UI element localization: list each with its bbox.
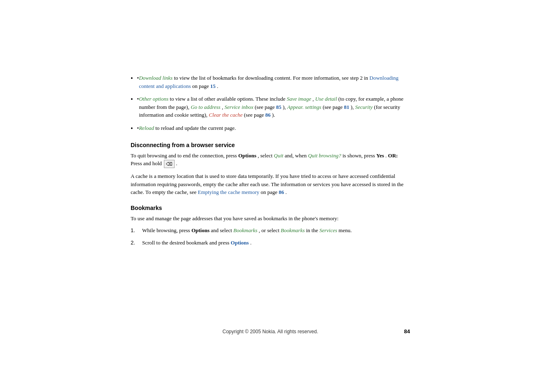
download-links-text: to view the list of bookmarks for downlo… (174, 75, 369, 81)
disc-select: , select (258, 152, 274, 159)
step-1: 1. While browsing, press Options and sel… (131, 226, 410, 235)
bookmarks-steps: 1. While browsing, press Options and sel… (131, 226, 410, 247)
cache-para: A cache is a memory location that is use… (131, 172, 410, 196)
bullet-download-content: Download links to view the list of bookm… (139, 74, 410, 90)
service-inbox-ref: (see page (255, 104, 276, 110)
disc-dot: . (176, 160, 177, 166)
disc-quit2: Quit browsing? (308, 152, 341, 159)
security-label: Security (355, 104, 373, 110)
bullet-list: • Download links to view the list of boo… (131, 74, 410, 134)
step1-menu: menu. (339, 227, 352, 233)
download-period: . (217, 83, 218, 89)
step2-text: Scroll to the desired bookmark and press (142, 240, 231, 246)
cache-dot: . (286, 189, 287, 195)
paren1: ), (283, 104, 287, 110)
bookmarks-intro: To use and manage the page addresses tha… (131, 214, 410, 223)
use-detail-label: Use detail (315, 96, 337, 102)
disc-and: and, when (285, 152, 308, 159)
paren3: ). (272, 112, 275, 118)
page-footer: Copyright © 2005 Nokia. All rights reser… (131, 328, 410, 334)
download-page-num[interactable]: 15 (210, 83, 216, 89)
step2-dot: . (250, 240, 251, 246)
appear-ref: (see page (322, 104, 344, 110)
go-to-address-label: Go to address (191, 104, 220, 110)
cache-page-ref: on page (261, 189, 279, 195)
reload-label: Reload (139, 125, 154, 131)
disc-press: Press and hold (131, 160, 163, 166)
step1-bookmarks2: Bookmarks (281, 227, 305, 233)
service-inbox-label: Service inbox (224, 104, 253, 110)
disc-quit: Quit (274, 152, 283, 159)
disc-before: To quit browsing and to end the connecti… (131, 152, 238, 159)
step1-options: Options (191, 227, 210, 233)
page-86-link[interactable]: 86 (265, 112, 271, 118)
disc-shown: is shown, press (343, 152, 376, 159)
step-1-content: While browsing, press Options and select… (142, 226, 410, 235)
step1-in: in the (306, 227, 320, 233)
clear-ref: (see page (244, 112, 265, 118)
step2-options: Options (231, 240, 249, 246)
download-links-label: Download links (139, 75, 173, 81)
save-image-label: Save image (287, 96, 311, 102)
disc-options: Options (238, 152, 256, 159)
step-2: 2. Scroll to the desired bookmark and pr… (131, 239, 410, 247)
disc-yes: Yes (376, 152, 384, 159)
phone-end-icon: ⌫ (164, 160, 175, 168)
bullet-item-other: • Other options to view a list of other … (131, 95, 410, 119)
clear-cache-label: Clear the cache (209, 112, 242, 118)
cache-page-86[interactable]: 86 (279, 189, 284, 195)
bookmarks-heading: Bookmarks (131, 205, 410, 211)
page-85-link[interactable]: 85 (276, 104, 281, 110)
disc-or-bold: OR: (388, 152, 398, 159)
paren2: ), (351, 104, 355, 110)
step-2-content: Scroll to the desired bookmark and press… (142, 239, 410, 247)
page-content: • Download links to view the list of boo… (131, 74, 410, 253)
step1-bookmarks1: Bookmarks (233, 227, 258, 233)
reload-text: to reload and update the current page. (155, 125, 236, 131)
appear-settings-label: Appear. settings (287, 104, 321, 110)
step1-and-select: and select (211, 227, 233, 233)
other-options-label: Other options (139, 96, 168, 102)
disconnecting-heading: Disconnecting from a browser service (131, 142, 410, 148)
disconnecting-para1: To quit browsing and to end the connecti… (131, 152, 410, 168)
bullet-item-reload: • Reload to reload and update the curren… (131, 124, 410, 134)
step1-before: While browsing, press (142, 227, 191, 233)
bullet-other-content: Other options to view a list of other av… (139, 95, 410, 119)
step1-services: Services (320, 227, 337, 233)
bullet-reload-content: Reload to reload and update the current … (139, 124, 410, 132)
other-options-text: to view a list of other available option… (170, 96, 287, 102)
step-2-num: 2. (131, 239, 142, 247)
step1-or: , or select (259, 227, 281, 233)
step-1-num: 1. (131, 226, 142, 235)
download-page-ref: on page (192, 83, 210, 89)
copyright-text: Copyright © 2005 Nokia. All rights reser… (143, 329, 398, 334)
page-81-link[interactable]: 81 (344, 104, 349, 110)
page-number: 84 (398, 328, 410, 334)
bullet-item-download: • Download links to view the list of boo… (131, 74, 410, 90)
emptying-cache-link[interactable]: Emptying the cache memory (198, 189, 259, 195)
